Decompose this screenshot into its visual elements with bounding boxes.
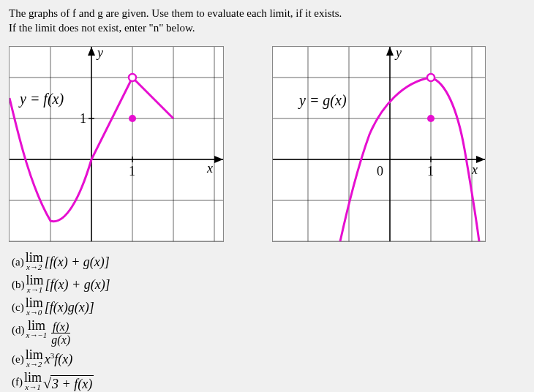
lim-text: lim <box>26 274 44 287</box>
point-open-f <box>129 74 136 81</box>
question-f: (f) lim x→1 √3 + f(x) <box>12 371 525 392</box>
radicand-f: 3 + f(x) <box>52 377 92 391</box>
tick-y-f: 1 <box>80 111 86 126</box>
sub-a: x→2 <box>26 263 42 271</box>
tag-d: (d) <box>12 319 25 339</box>
point-filled-g <box>427 115 435 122</box>
point-filled-f <box>129 115 136 122</box>
sub-f: x→1 <box>25 383 40 391</box>
tag-f: (f) <box>12 371 23 391</box>
tick-x-g: 1 <box>427 164 434 178</box>
tick-x-f: 1 <box>129 164 135 178</box>
instructions: The graphs of f and g are given. Use the… <box>9 6 525 36</box>
question-c: (c) lim x→0 [f(x)g(x)] <box>12 296 525 317</box>
lim-text: lim <box>26 251 43 264</box>
grid-f <box>10 47 223 241</box>
x-label-f: x <box>206 161 213 176</box>
expr-b: [f(x) + g(x)] <box>45 277 110 292</box>
sub-e: x→2 <box>26 361 42 369</box>
tag-b: (b) <box>12 274 25 293</box>
arrow-up-icon <box>88 47 95 56</box>
graphs-row: y = f(x) y x 1 1 <box>9 46 525 242</box>
sub-c: x→0 <box>26 309 42 317</box>
grid-g <box>273 47 485 241</box>
curve-f-fall <box>132 78 173 118</box>
tick-zero-g: 0 <box>377 164 383 178</box>
tag-c: (c) <box>12 296 24 316</box>
y-label-g: y <box>394 47 402 60</box>
graph-f: y = f(x) y x 1 1 <box>9 46 224 242</box>
arrow-right-icon <box>214 156 223 163</box>
question-a: (a) lim x→2 [f(x) + g(x)] <box>12 251 525 272</box>
questions: (a) lim x→2 [f(x) + g(x)] (b) lim x→1 [f… <box>12 251 525 393</box>
lim-text: lim <box>24 371 42 384</box>
question-b: (b) lim x→1 [f(x) + g(x)] <box>12 274 525 295</box>
y-label-f: y <box>96 47 103 60</box>
sub-b: x→1 <box>27 286 42 294</box>
lim-text: lim <box>26 348 43 361</box>
expr-c: [f(x)g(x)] <box>45 300 94 314</box>
graph-g: y = g(x) y x 0 1 <box>272 46 486 242</box>
den-d: g(x) <box>51 333 70 346</box>
tag-e: (e) <box>12 348 24 368</box>
fn-label-g: y = g(x) <box>298 92 347 109</box>
num-d: f(x) <box>53 320 69 333</box>
x-label-g: x <box>471 162 478 177</box>
lim-text: lim <box>28 319 45 332</box>
question-e: (e) lim x→2 x3f(x) <box>12 348 525 369</box>
tag-a: (a) <box>12 251 24 271</box>
fn-label-f: y = f(x) <box>18 91 64 108</box>
instr-line1: The graphs of f and g are given. Use the… <box>9 7 342 19</box>
expr-a: [f(x) + g(x)] <box>45 255 110 269</box>
instr-line2: If the limit does not exist, enter "n" b… <box>9 22 195 34</box>
arrow-up-icon <box>386 47 394 56</box>
expr-e1: x <box>45 352 50 366</box>
point-open-g <box>427 74 435 81</box>
expr-e2: f(x) <box>54 352 72 366</box>
lim-text: lim <box>26 296 43 309</box>
sub-d: x→−1 <box>26 331 48 339</box>
question-d: (d) lim x→−1 f(x) g(x) <box>12 319 525 347</box>
